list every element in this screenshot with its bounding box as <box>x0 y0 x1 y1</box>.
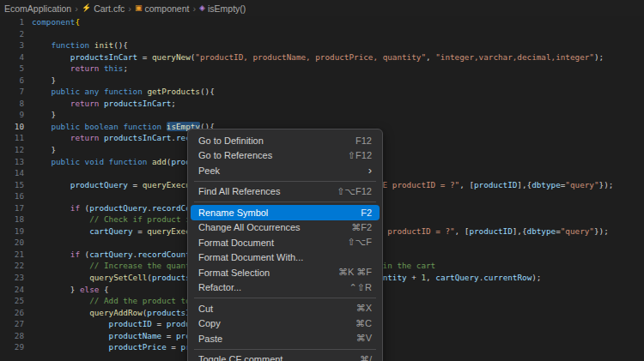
menu-item-peek[interactable]: Peek› <box>191 163 380 178</box>
line-number: 22 <box>0 260 24 272</box>
menu-item-shortcut: ⌘F2 <box>351 222 372 233</box>
symbol-class-icon: ▣ <box>135 4 143 12</box>
menu-item-format-document[interactable]: Format Document⇧⌥F <box>191 235 380 250</box>
breadcrumb-item-isempty[interactable]: ◈isEmpty() <box>199 3 246 14</box>
line-number: 25 <box>0 295 24 307</box>
menu-item-label: Format Document <box>198 238 335 248</box>
code-line-4[interactable]: 4 productsInCart = queryNew("productID, … <box>0 51 644 63</box>
code-text: } <box>32 109 56 121</box>
menu-item-label: Change All Occurrences <box>198 222 339 232</box>
menu-item-shortcut: ⇧F12 <box>348 150 372 161</box>
line-number: 21 <box>0 249 24 261</box>
line-number: 24 <box>0 284 24 296</box>
code-line-2[interactable]: 2 <box>0 28 644 40</box>
vscode-window: EcomApplication›⚡Cart.cfc›▣component›◈is… <box>0 0 644 361</box>
breadcrumb-label: component <box>144 3 189 14</box>
code-text: } <box>32 75 56 87</box>
breadcrumb-item-cart-cfc[interactable]: ⚡Cart.cfc <box>82 3 125 14</box>
menu-item-label: Format Document With... <box>198 252 372 262</box>
menu-item-shortcut: ⌘K ⌘F <box>338 267 372 278</box>
line-number: 5 <box>0 63 24 75</box>
menu-item-toggle-cf-comment[interactable]: Toggle CF comment⌘/ <box>191 352 380 361</box>
menu-item-shortcut: F12 <box>355 135 372 146</box>
menu-item-paste[interactable]: Paste⌘V <box>191 331 380 346</box>
code-line-6[interactable]: 6 } <box>0 75 644 87</box>
cfml-file-icon: ⚡ <box>82 4 91 12</box>
line-number: 17 <box>0 202 24 214</box>
line-number: 1 <box>0 16 24 28</box>
line-number: 28 <box>0 330 24 342</box>
line-number: 16 <box>0 190 24 202</box>
code-text: productsInCart = queryNew("productID, pr… <box>32 51 604 63</box>
line-number: 3 <box>0 39 24 51</box>
code-text: } <box>32 144 56 156</box>
line-number: 7 <box>0 86 24 98</box>
menu-item-shortcut: ⌃⇧R <box>349 282 372 293</box>
context-menu: Go to DefinitionF12Go to References⇧F12P… <box>187 129 383 361</box>
code-line-1[interactable]: 1component{ <box>0 16 644 28</box>
menu-item-shortcut: ⇧⌥F <box>347 237 372 248</box>
code-line-7[interactable]: 7 public any function getProducts(){ <box>0 86 644 98</box>
line-number: 2 <box>0 28 24 40</box>
menu-item-shortcut: ⌘C <box>355 318 372 329</box>
code-line-8[interactable]: 8 return productsInCart; <box>0 98 644 110</box>
line-number: 19 <box>0 226 24 238</box>
line-number: 15 <box>0 179 24 191</box>
line-number: 6 <box>0 75 24 87</box>
menu-item-copy[interactable]: Copy⌘C <box>191 316 380 332</box>
menu-item-label: Refactor... <box>198 282 337 292</box>
breadcrumb-label: isEmpty() <box>208 3 246 14</box>
menu-item-label: Cut <box>198 304 344 314</box>
menu-separator <box>194 349 376 350</box>
menu-item-label: Toggle CF comment <box>198 354 348 361</box>
line-number: 9 <box>0 109 24 121</box>
menu-item-label: Format Selection <box>198 268 326 278</box>
menu-item-label: Paste <box>198 334 344 344</box>
line-number: 27 <box>0 318 24 330</box>
menu-item-go-to-references[interactable]: Go to References⇧F12 <box>191 148 380 164</box>
breadcrumb-item-ecomapplication[interactable]: EcomApplication <box>4 3 71 14</box>
menu-item-change-all-occurrences[interactable]: Change All Occurrences⌘F2 <box>191 220 380 236</box>
breadcrumb-label: Cart.cfc <box>94 3 125 14</box>
line-number: 29 <box>0 341 24 353</box>
line-number: 12 <box>0 144 24 156</box>
line-number: 18 <box>0 214 24 226</box>
menu-item-label: Go to Definition <box>198 135 343 146</box>
code-line-3[interactable]: 3 function init(){ <box>0 39 644 51</box>
menu-item-shortcut: ⇧⌥F12 <box>337 186 372 197</box>
menu-item-refactor[interactable]: Refactor...⌃⇧R <box>191 280 380 296</box>
code-text: return this; <box>32 63 128 75</box>
menu-item-find-all-references[interactable]: Find All References⇧⌥F12 <box>191 184 380 200</box>
line-number: 14 <box>0 167 24 179</box>
breadcrumb: EcomApplication›⚡Cart.cfc›▣component›◈is… <box>0 0 644 16</box>
menu-item-label: Peek <box>198 165 356 176</box>
line-number: 8 <box>0 98 24 110</box>
code-text: } else { <box>32 284 109 296</box>
submenu-chevron-icon: › <box>368 164 372 177</box>
menu-item-format-selection[interactable]: Format Selection⌘K ⌘F <box>191 265 380 280</box>
menu-item-label: Go to References <box>198 150 336 160</box>
menu-item-label: Copy <box>198 318 343 328</box>
menu-separator <box>194 298 376 298</box>
code-line-5[interactable]: 5 return this; <box>0 63 644 75</box>
code-text: component{ <box>32 16 80 28</box>
menu-item-format-document-with[interactable]: Format Document With... <box>191 250 380 266</box>
menu-separator <box>194 181 376 182</box>
code-text: return productsInCart; <box>32 98 176 110</box>
code-text: public any function getProducts(){ <box>32 86 215 98</box>
breadcrumb-chevron-icon: › <box>75 3 78 14</box>
menu-item-shortcut: ⌘V <box>356 333 372 344</box>
menu-item-shortcut: ⌘/ <box>360 354 372 361</box>
line-number: 23 <box>0 272 24 284</box>
menu-item-go-to-definition[interactable]: Go to DefinitionF12 <box>191 133 380 148</box>
menu-item-cut[interactable]: Cut⌘X <box>191 301 380 316</box>
code-line-9[interactable]: 9 } <box>0 109 644 121</box>
breadcrumb-item-component[interactable]: ▣component <box>135 3 189 14</box>
line-number: 4 <box>0 51 24 63</box>
line-number: 10 <box>0 121 24 133</box>
menu-item-rename-symbol[interactable]: Rename SymbolF2 <box>191 205 380 220</box>
line-number: 13 <box>0 156 24 168</box>
line-number: 20 <box>0 237 24 249</box>
symbol-method-icon: ◈ <box>199 4 205 12</box>
line-number: 26 <box>0 307 24 319</box>
